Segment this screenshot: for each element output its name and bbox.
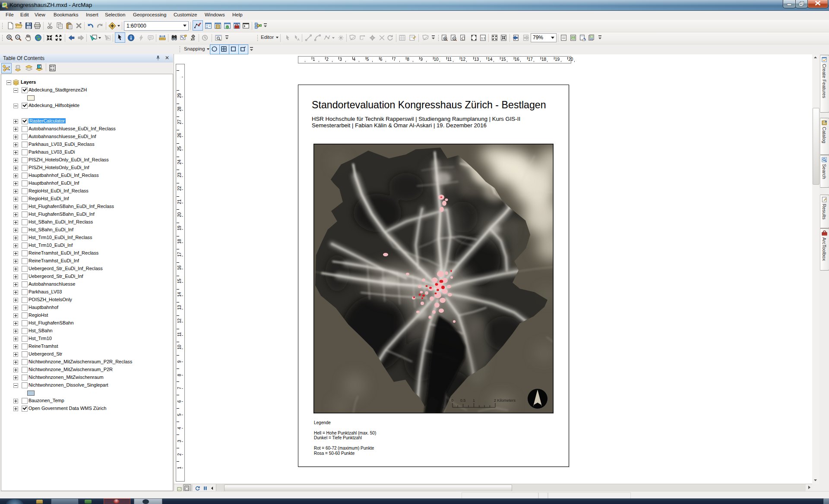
svg-text:XY: XY [191,38,195,41]
svg-text:1: 1 [473,398,475,403]
svg-text:2 Kilometers: 2 Kilometers [494,398,516,403]
svg-text:0: 0 [451,398,453,403]
svg-text:A: A [297,38,300,41]
svg-text:1:1: 1:1 [481,37,485,40]
svg-text:0.5: 0.5 [460,398,466,403]
